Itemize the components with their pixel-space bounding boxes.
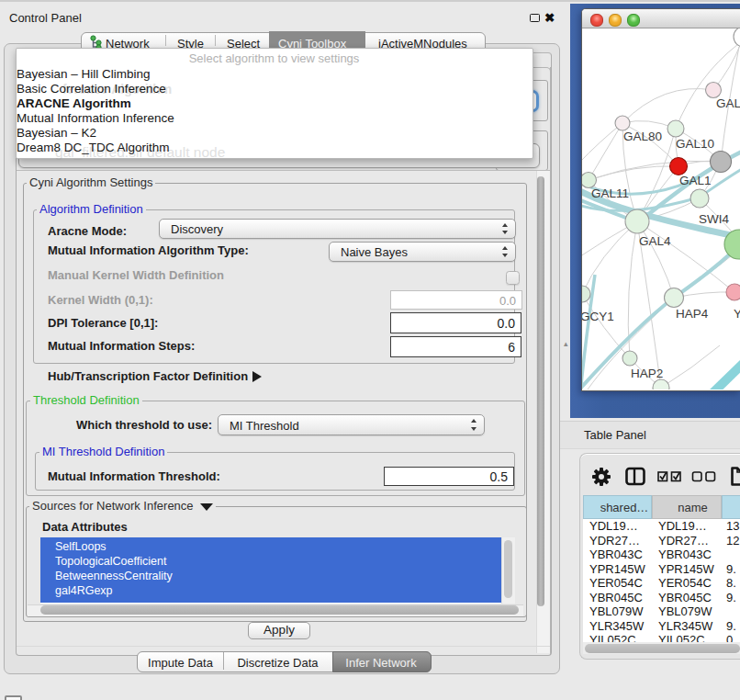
svg-text:GAL10: GAL10 (676, 137, 714, 151)
svg-text:SWI4: SWI4 (699, 212, 729, 226)
svg-text:HAP4: HAP4 (676, 307, 709, 321)
svg-text:GAL1: GAL1 (679, 174, 712, 187)
svg-text:GAL2: GAL2 (716, 96, 740, 110)
svg-text:GAL80: GAL80 (623, 130, 662, 143)
svg-text:GCY1: GCY1 (582, 310, 614, 323)
svg-text:GAL4: GAL4 (639, 234, 671, 248)
svg-text:HAP2: HAP2 (631, 367, 663, 380)
svg-text:GAL11: GAL11 (591, 186, 629, 200)
svg-text:YB: YB (734, 307, 740, 321)
